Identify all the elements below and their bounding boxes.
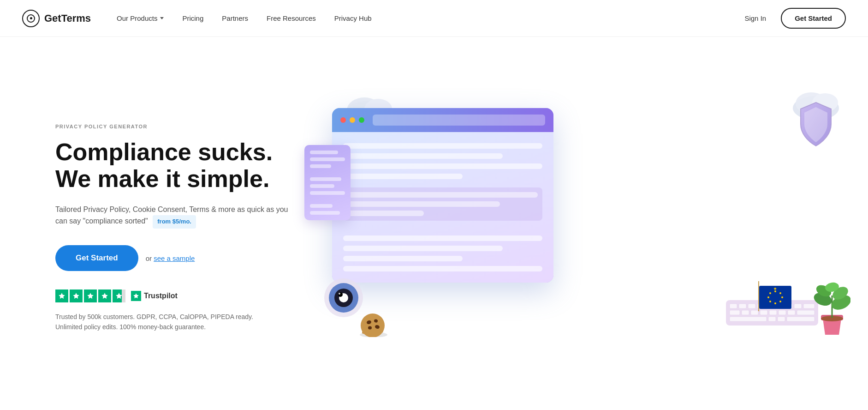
svg-rect-49 [730, 317, 767, 321]
svg-point-29 [366, 332, 368, 334]
svg-rect-48 [797, 310, 814, 315]
shield-element [795, 99, 837, 151]
nav-links: Our Products Pricing Partners Free Resou… [109, 11, 737, 26]
svg-point-11 [779, 301, 781, 302]
side-panel [304, 145, 351, 220]
svg-point-10 [781, 296, 783, 298]
trustpilot-stars [55, 289, 125, 302]
svg-rect-40 [803, 304, 814, 308]
content-block [343, 187, 542, 221]
hero-headline: Compliance sucks. We make it simple. [55, 139, 295, 192]
star-3 [84, 289, 97, 302]
hero-subtext: Tailored Privacy Policy, Cookie Consent,… [55, 204, 295, 229]
navbar: GetTerms Our Products Pricing Partners F… [0, 0, 868, 37]
side-panel-lines [310, 151, 345, 215]
logo-icon [22, 10, 40, 27]
svg-rect-33 [739, 304, 746, 308]
content-line [343, 153, 503, 159]
content-line [343, 266, 542, 271]
see-sample-link[interactable]: see a sample [154, 254, 195, 262]
nav-item-partners[interactable]: Partners [214, 11, 256, 26]
svg-rect-42 [742, 310, 749, 315]
svg-point-8 [774, 290, 776, 292]
star-5-half [113, 289, 125, 302]
hero-cta: Get Started or see a sample [55, 245, 295, 271]
price-badge: from $5/mo. [153, 215, 196, 229]
nav-item-privacy-hub[interactable]: Privacy Hub [327, 11, 379, 26]
trustpilot-row: Trustpilot [55, 289, 295, 302]
svg-point-30 [381, 331, 383, 333]
content-line [343, 246, 503, 251]
content-line [343, 174, 463, 179]
browser-dot-green [359, 117, 364, 123]
get-started-button[interactable]: Get Started [55, 245, 138, 271]
svg-point-21 [339, 293, 340, 295]
trustpilot-label: Trustpilot [144, 292, 178, 300]
svg-rect-39 [794, 304, 802, 308]
svg-rect-50 [768, 317, 776, 321]
content-line [348, 201, 500, 207]
browser-body [332, 132, 553, 283]
logo[interactable]: GetTerms [22, 10, 91, 27]
nav-item-free-resources[interactable]: Free Resources [259, 11, 323, 26]
content-line [348, 211, 424, 216]
svg-point-20 [338, 292, 343, 297]
nav-actions: Sign In Get Started [737, 8, 846, 29]
svg-rect-51 [778, 317, 785, 321]
content-line [343, 235, 542, 241]
trustpilot-logo: Trustpilot [131, 291, 178, 301]
hero-section: PRIVACY POLICY GENERATOR Compliance suck… [0, 37, 868, 410]
svg-point-13 [769, 301, 771, 302]
get-started-nav-button[interactable]: Get Started [781, 8, 846, 29]
nav-item-our-products[interactable]: Our Products [109, 11, 171, 26]
svg-rect-41 [730, 310, 740, 315]
chevron-down-icon [160, 17, 164, 19]
browser-url-bar [373, 115, 545, 126]
trustpilot-star-icon [131, 291, 141, 301]
plant-element [814, 263, 850, 339]
star-2 [70, 289, 83, 302]
logo-dot [30, 17, 32, 19]
svg-rect-32 [730, 304, 737, 308]
logo-text: GetTerms [44, 12, 91, 24]
browser-dot-yellow [350, 117, 355, 123]
svg-point-28 [362, 331, 365, 334]
cookie-element [355, 309, 392, 339]
svg-rect-52 [787, 317, 814, 321]
sign-in-button[interactable]: Sign In [737, 11, 773, 26]
star-1 [55, 289, 68, 302]
see-sample-text: or see a sample [146, 254, 195, 262]
hero-content: PRIVACY POLICY GENERATOR Compliance suck… [55, 124, 295, 332]
eu-flag [754, 286, 791, 311]
browser-window [332, 108, 553, 283]
content-line [343, 143, 542, 149]
svg-point-15 [769, 292, 771, 294]
nav-item-pricing[interactable]: Pricing [175, 11, 211, 26]
content-line [343, 256, 463, 261]
hero-illustration [295, 90, 846, 367]
trust-text: Trusted by 500k customers. GDPR, CCPA, C… [55, 312, 295, 332]
browser-content [339, 139, 546, 275]
browser-toolbar [332, 108, 553, 132]
svg-point-12 [774, 302, 776, 304]
hero-eyebrow: PRIVACY POLICY GENERATOR [55, 124, 295, 129]
svg-point-9 [779, 292, 781, 294]
content-line [348, 192, 538, 198]
content-line [343, 163, 542, 169]
browser-dot-red [340, 117, 346, 123]
star-4 [98, 289, 111, 302]
svg-point-14 [767, 296, 769, 298]
